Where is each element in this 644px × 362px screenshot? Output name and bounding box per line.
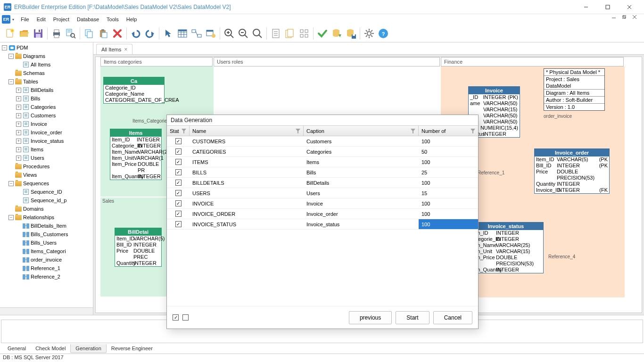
row-checkbox[interactable]: ✓ xyxy=(175,159,182,165)
grid-row[interactable]: ✓CUSTOMERSCustomers100 xyxy=(167,136,478,147)
grid-row[interactable]: ✓INVOICE_STATUSInvoice_status100 xyxy=(167,219,478,230)
previous-button[interactable]: previous xyxy=(349,311,392,324)
tree-root[interactable]: −PDM xyxy=(0,43,93,52)
relation-tool-icon[interactable] xyxy=(190,26,204,41)
row-checkbox[interactable]: ✓ xyxy=(175,169,182,175)
row-checkbox[interactable]: ✓ xyxy=(175,221,182,227)
tree-rel-6[interactable]: Reference_2 xyxy=(0,272,93,281)
maximize-button[interactable] xyxy=(597,0,619,14)
row-number[interactable]: 50 xyxy=(419,147,478,156)
mdi-close[interactable] xyxy=(633,15,642,24)
tree-sequences[interactable]: −Sequences xyxy=(0,179,93,188)
grid-icon[interactable] xyxy=(297,26,311,41)
grid-row[interactable]: ✓BILLDETAILSBillDetails100 xyxy=(167,178,478,188)
tree-rel-2[interactable]: Bills_Users xyxy=(0,239,93,247)
tree-rel-1[interactable]: Bills_Customers xyxy=(0,230,93,239)
grid-row[interactable]: ✓CATEGORIESCategories50 xyxy=(167,147,478,157)
tree-table-invoice-status[interactable]: +Invoice_status xyxy=(0,137,93,145)
tree-rel-4[interactable]: order_invoice xyxy=(0,255,93,264)
deselect-all-checkbox[interactable] xyxy=(182,314,189,321)
open-icon[interactable] xyxy=(17,26,31,41)
header-caption[interactable]: Caption xyxy=(304,126,419,136)
row-checkbox[interactable]: ✓ xyxy=(175,190,182,196)
mdi-minimize[interactable] xyxy=(612,15,621,24)
tab-close-icon[interactable]: × xyxy=(124,46,127,53)
minimize-button[interactable] xyxy=(575,0,597,14)
app-menu-dropdown[interactable]: ▾ xyxy=(12,17,14,22)
zoom-in-icon[interactable] xyxy=(222,26,236,41)
tree-table-invoice-order[interactable]: +Invoice_order xyxy=(0,128,93,137)
cancel-button[interactable]: Cancel xyxy=(433,311,472,324)
header-stat[interactable]: Stat xyxy=(167,126,190,136)
tree-rel-5[interactable]: Reference_1 xyxy=(0,264,93,272)
grid-row[interactable]: ✓INVOICEInvoice100 xyxy=(167,198,478,209)
menu-help[interactable]: Help xyxy=(123,16,141,23)
db-save-icon[interactable] xyxy=(344,26,358,41)
select-all-checkbox[interactable]: ✓ xyxy=(173,314,179,321)
row-number[interactable]: 25 xyxy=(419,167,478,177)
tree-table-invoice[interactable]: +Invoice xyxy=(0,120,93,128)
row-number[interactable]: 100 xyxy=(419,209,478,219)
settings-icon[interactable] xyxy=(362,26,376,41)
grid-row[interactable]: ✓USERSUsers15 xyxy=(167,188,478,198)
zoom-out-icon[interactable] xyxy=(236,26,250,41)
entity-invoice-status[interactable]: Invoice_status Item_IDINTEGER Categorie_… xyxy=(468,222,544,273)
view-tool-icon[interactable] xyxy=(204,26,218,41)
save-icon[interactable] xyxy=(31,26,45,41)
docs-icon[interactable] xyxy=(283,26,297,41)
tree-rel-3[interactable]: Items_Categori xyxy=(0,247,93,255)
tree-table-billdetails[interactable]: +BillDetails xyxy=(0,86,93,94)
tree-table-items[interactable]: +Items xyxy=(0,145,93,154)
row-number[interactable]: 100 xyxy=(419,178,478,188)
undo-icon[interactable] xyxy=(129,26,143,41)
close-button[interactable] xyxy=(619,0,640,14)
row-number[interactable]: 100 xyxy=(419,157,478,167)
copy-icon[interactable] xyxy=(82,26,96,41)
doc-icon[interactable] xyxy=(269,26,283,41)
grid-row[interactable]: ✓INVOICE_ORDERInvoice_order100 xyxy=(167,209,478,219)
tree-rel-0[interactable]: BillDetails_Item xyxy=(0,222,93,230)
menu-file[interactable]: File xyxy=(17,16,33,23)
tree-domains[interactable]: Domains xyxy=(0,205,93,213)
row-number[interactable]: 100 xyxy=(419,219,478,229)
row-checkbox[interactable]: ✓ xyxy=(175,200,182,206)
btab-generation[interactable]: Generation xyxy=(70,344,106,353)
btab-check-model[interactable]: Check Model xyxy=(31,344,70,353)
row-checkbox[interactable]: ✓ xyxy=(175,211,182,217)
print-icon[interactable] xyxy=(50,26,64,41)
table-tool-icon[interactable] xyxy=(175,26,190,41)
tree-table-users[interactable]: +Users xyxy=(0,154,93,162)
grid-row[interactable]: ✓ITEMSItems100 xyxy=(167,157,478,167)
tree-schemas[interactable]: Schemas xyxy=(0,69,93,77)
entity-billdetails[interactable]: BillDetai Item_IDVARCHAR(5) BIll_IDINTEG… xyxy=(115,228,162,267)
entity-categories[interactable]: Ca Categorie_ID Categorie_Name CATEGORIE… xyxy=(103,77,165,104)
new-icon[interactable] xyxy=(3,26,17,41)
btab-reverse[interactable]: Reverse Engineer xyxy=(107,344,157,353)
zoom-icon[interactable] xyxy=(250,26,264,41)
header-number[interactable]: Number of xyxy=(419,126,478,136)
entity-items[interactable]: Items Item_IDINTEGER Categorie_IDINTEGER… xyxy=(110,129,162,180)
tree-sequence-id-p[interactable]: Sequence_id_p xyxy=(0,196,93,205)
tree-table-bills[interactable]: +Bills xyxy=(0,94,93,103)
pointer-icon[interactable] xyxy=(161,26,175,41)
print-preview-icon[interactable] xyxy=(64,26,78,41)
row-checkbox[interactable]: ✓ xyxy=(175,180,182,186)
menu-project[interactable]: Project xyxy=(50,16,73,23)
header-name[interactable]: Name xyxy=(190,126,304,136)
menu-edit[interactable]: Edit xyxy=(33,16,50,23)
tree-sequence-id[interactable]: Sequence_ID xyxy=(0,188,93,196)
entity-invoice-order[interactable]: Invoice_order Item_IDVARCHAR(5)(PK BIll_… xyxy=(534,148,610,194)
app-menu-icon[interactable]: ER xyxy=(2,15,10,24)
sidebar-scrollbar[interactable] xyxy=(0,307,93,315)
tree-views[interactable]: Views xyxy=(0,171,93,179)
tree-table-customers[interactable]: +Customers xyxy=(0,111,93,120)
row-checkbox[interactable]: ✓ xyxy=(175,148,182,155)
btab-general[interactable]: General xyxy=(3,344,31,353)
delete-icon[interactable] xyxy=(110,26,124,41)
menu-tools[interactable]: Tools xyxy=(103,16,123,23)
row-number[interactable]: 100 xyxy=(419,136,478,146)
tree-all-items[interactable]: All Items xyxy=(0,60,93,69)
redo-icon[interactable] xyxy=(143,26,157,41)
tree-tables[interactable]: −Tables xyxy=(0,77,93,86)
paste-icon[interactable] xyxy=(96,26,110,41)
